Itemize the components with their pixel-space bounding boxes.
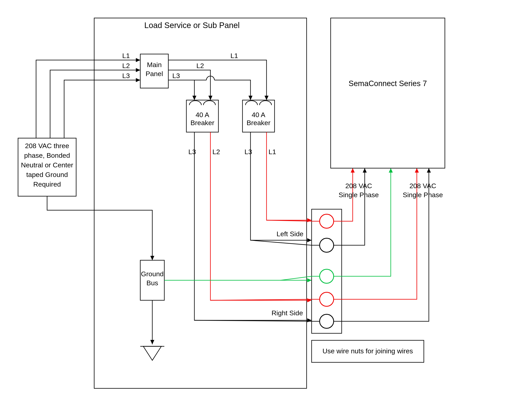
source-line-5: Required [33,180,61,188]
label-l1-in: L1 [122,52,130,60]
label-l2-in: L2 [122,62,130,69]
charger-title: SemaConnect Series 7 [349,79,427,88]
vac-right-2: Single Phase [403,191,443,199]
arrow-out-4-red [415,168,419,172]
terminal-5 [320,314,334,328]
vac-left-1: 208 VAC [345,182,372,190]
arrow-l2-mid [209,96,212,100]
wire-ground-feed [47,196,152,260]
arrow-ground-green [307,278,312,282]
main-panel-label-1: Main [147,61,162,68]
wire-l3-mid-b2 [214,80,250,100]
arrow-brkL-L3 [307,318,312,322]
terminal-1 [320,214,334,228]
label-l1-mid: L1 [231,52,238,60]
breaker-left: 40 A Breaker [186,100,218,132]
label-l2-mid: L2 [196,62,204,69]
wiring-diagram: Load Service or Sub Panel 208 VAC three … [0,0,511,420]
breaker-right-rating: 40 A [252,111,265,119]
terminal-4 [320,292,334,306]
wire-l3-in [64,80,140,138]
arrow-ground-feed [150,256,154,260]
label-brkR-L3: L3 [244,148,252,156]
arrow-brkR-L1 [307,218,312,222]
arrow-out-3-green [389,168,393,172]
terminal-3 [320,269,334,283]
left-side-label: Left Side [277,230,303,238]
arrow-out-5-black [427,168,431,172]
label-l3-mid: L3 [172,72,180,79]
out-2-black [334,168,365,245]
arrow-out-2-black [363,168,367,172]
arrow-l3-mid-a [192,96,196,100]
source-line-1: 208 VAC three [25,142,69,150]
right-side-label: Right Side [271,309,303,317]
wire-brkR-L3 [250,132,312,240]
breaker-right-label: Breaker [247,119,270,127]
ground-bus-label-1: Ground [141,270,163,278]
label-brkR-L1: L1 [269,148,276,156]
wire-brkR-L1 [267,132,312,220]
source-line-4: taped Ground [26,171,68,178]
vac-right-1: 208 VAC [409,182,436,190]
wire-brkL-L3 [194,132,312,320]
breaker-left-rating: 40 A [196,111,209,119]
vac-left-2: Single Phase [339,191,379,199]
wire-l3-mid-a [168,80,194,100]
arrow-l3-in [136,78,140,82]
arrow-l1-in [136,58,140,62]
arrow-out-1-red [351,168,355,172]
arrow-ground-down [150,340,154,344]
sub-panel-title: Load Service or Sub Panel [144,21,240,30]
arrow-brkL-L2 [307,298,312,302]
source-line-2: phase, Bonded [24,151,70,159]
label-brkL-L3: L3 [188,148,196,156]
arrow-brkR-L3 [307,238,312,242]
wire-brkL-L2 [210,132,312,300]
arrow-l3-mid-b [248,96,253,100]
terminal-2 [320,238,334,252]
label-brkL-L2: L2 [212,148,220,156]
main-panel-label-2: Panel [146,70,163,77]
arrow-l2-in [136,68,140,72]
arrow-l1-mid [264,96,269,100]
wire-nut-note: Use wire nuts for joining wires [322,347,413,355]
source-line-3: Neutral or Center [21,161,73,169]
breaker-left-label: Breaker [190,119,214,127]
ground-bus-label-2: Bus [147,279,158,287]
label-l3-in: L3 [122,72,130,79]
breaker-right: 40 A Breaker [242,100,275,132]
charger-box [331,18,445,168]
ground-symbol [143,346,161,360]
